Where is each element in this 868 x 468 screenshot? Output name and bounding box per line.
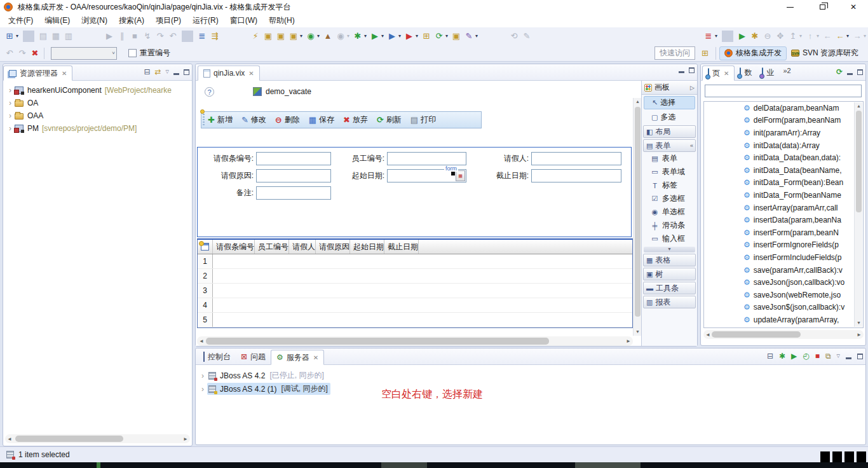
run-icon[interactable]: ▶ — [369, 30, 381, 43]
function-list-item[interactable]: ⚙ initData_Data(bean,data): — [704, 151, 863, 164]
publish-icon[interactable]: ⧉ — [825, 352, 831, 361]
palette-drawer[interactable]: ▦ 表格 — [643, 254, 696, 266]
drop-frame-icon[interactable]: ↶ — [167, 30, 179, 43]
paint-icon[interactable]: ✎ — [463, 30, 475, 43]
spacer[interactable] — [690, 30, 702, 43]
dropdown-arrow-icon[interactable]: ▾ — [845, 30, 850, 43]
last-edit-icon[interactable]: ← — [834, 30, 846, 43]
table-row[interactable]: 1 — [198, 254, 632, 269]
tab-console[interactable]: 控制台 — [198, 349, 236, 364]
tab-problems[interactable]: ⊠ 问题 — [236, 349, 271, 364]
start-server-icon[interactable]: ▶ — [736, 30, 748, 43]
run-history-icon[interactable]: ▶ — [386, 30, 398, 43]
palette-item[interactable]: T 标签 — [642, 179, 697, 192]
external-tools-icon[interactable]: ▶ — [403, 30, 415, 43]
quick-access-box[interactable]: 快速访问 — [654, 46, 695, 60]
world-disabled-icon[interactable]: ◉ — [335, 30, 346, 43]
save-all-icon[interactable]: ▦ — [50, 30, 62, 43]
tab-qinjia-vix[interactable]: qinJia.vix ✕ — [198, 65, 260, 81]
filter-input[interactable] — [705, 85, 861, 97]
minimize-view-icon[interactable] — [846, 357, 851, 359]
scroll-down-icon[interactable]: ▼ — [855, 319, 863, 327]
dropdown-arrow-icon[interactable]: ▾ — [380, 30, 385, 43]
pin-icon[interactable]: « — [690, 142, 693, 149]
function-list-item[interactable]: ⚙ insertFormIncludeFields(p — [704, 251, 863, 264]
stop-server-icon[interactable]: ■ — [815, 352, 820, 361]
step-return-icon[interactable]: ↷ — [154, 30, 166, 43]
tab-data[interactable]: 数 — [735, 65, 757, 80]
scroll-up-icon[interactable]: ▲ — [855, 102, 863, 110]
refresh-g-icon[interactable]: ⟳ — [433, 30, 445, 43]
new-wizard-icon[interactable]: ⊞ — [4, 30, 15, 43]
function-list-item[interactable]: ⚙ insertForm(param,beanN — [704, 226, 863, 239]
search-folder-icon[interactable]: ▣ — [262, 30, 274, 43]
server-stack-icon[interactable]: ≣ — [703, 30, 714, 43]
expand-chevron-icon[interactable]: › — [198, 371, 207, 380]
table-row[interactable]: 2 — [198, 269, 632, 284]
tab-close-icon[interactable]: ✕ — [724, 70, 729, 77]
help-icon[interactable]: ? — [205, 87, 214, 97]
scrollbar-thumb[interactable] — [856, 111, 862, 212]
print-button[interactable]: ▤ 打印 — [410, 114, 436, 125]
view-menu-icon[interactable]: ▽ — [837, 354, 840, 359]
open-perspective-icon[interactable]: ⊞ — [702, 48, 709, 58]
palette-select-tool[interactable]: ↖ 选择 — [644, 96, 695, 109]
dropdown-arrow-icon[interactable]: ▾ — [15, 30, 20, 43]
column-header[interactable]: 请假原因 — [316, 240, 350, 254]
maximize-view-icon[interactable] — [184, 69, 189, 75]
combo-arrow-icon[interactable]: ˅ — [112, 50, 115, 56]
function-list-item[interactable]: ⚙ saveJson(json,callback):vo — [704, 276, 863, 289]
step-into-icon[interactable]: ↯ — [142, 30, 153, 43]
open-resource-icon[interactable]: ▣ — [451, 30, 462, 43]
delete-icon[interactable]: ✖ — [29, 47, 41, 60]
expand-chevron-icon[interactable]: › — [198, 385, 207, 394]
separator[interactable] — [23, 31, 34, 42]
menu-item[interactable]: 帮助(H) — [263, 14, 301, 27]
perspective-hege[interactable]: 核格集成开发 — [719, 46, 787, 60]
forward-icon[interactable]: → — [851, 30, 863, 43]
scroll-right-icon[interactable]: ► — [181, 436, 190, 442]
dropdown-arrow-icon[interactable]: ▾ — [299, 30, 304, 43]
view-menu-icon[interactable]: ▽ — [166, 69, 169, 74]
browser-icon[interactable]: ◉ — [305, 30, 316, 43]
palette-drawer-form[interactable]: ▤ 表单 « — [643, 139, 696, 152]
pause-icon[interactable]: ∥ — [116, 30, 128, 43]
minimize-view-icon[interactable] — [173, 73, 179, 75]
export-folder-icon[interactable]: ▣ — [275, 30, 287, 43]
resize-handle[interactable] — [451, 172, 455, 176]
palette-more-icon[interactable]: ▼ — [644, 247, 695, 252]
collapse-all-icon[interactable]: ⊟ — [144, 67, 150, 76]
undo-icon[interactable]: ↶ — [4, 47, 15, 60]
palette-item[interactable]: ◉ 单选框 — [642, 205, 697, 219]
dropdown-arrow-icon[interactable]: ▾ — [346, 30, 351, 43]
tab-close-icon[interactable]: ✕ — [248, 70, 254, 77]
text-input[interactable] — [532, 153, 621, 165]
text-input[interactable] — [532, 170, 621, 182]
maximize-view-icon[interactable] — [689, 67, 695, 73]
separator[interactable] — [722, 31, 733, 42]
tree-item[interactable]: › PM [svnrepos/project/demo/PM] — [3, 122, 192, 135]
column-header[interactable]: 员工编号 — [255, 240, 289, 254]
menu-item[interactable]: 文件(F) — [3, 14, 39, 27]
dropdown-arrow-icon[interactable]: ▾ — [798, 30, 803, 43]
menu-item[interactable]: 浏览(N) — [76, 14, 113, 27]
menu-item[interactable]: 运行(R) — [187, 14, 224, 27]
stop-server-icon[interactable]: ⊖ — [762, 30, 773, 43]
scroll-right-icon[interactable]: ► — [624, 338, 633, 344]
editor-hscrollbar[interactable]: ◄ ► — [197, 336, 633, 346]
discard-button[interactable]: ✖ 放弃 — [343, 114, 368, 125]
separator[interactable] — [182, 31, 193, 42]
debug-icon[interactable]: ✱ — [352, 30, 363, 43]
close-button[interactable]: ✕ — [843, 0, 864, 14]
scrollbar-thumb[interactable] — [206, 338, 549, 345]
dropdown-arrow-icon[interactable]: ▾ — [397, 30, 402, 43]
print-icon[interactable]: ▥ — [63, 30, 74, 43]
scrollbar-thumb[interactable] — [15, 436, 123, 442]
function-list-item[interactable]: ⚙ initData_Form(beanName — [704, 189, 863, 202]
form-region[interactable]: 请假条编号: 员工编号: 请假人: — [197, 147, 632, 237]
palette-item[interactable]: ▤ 表单 — [642, 152, 697, 165]
sync-icon[interactable]: ⟲ — [508, 30, 520, 43]
dropdown-arrow-icon[interactable]: ▾ — [414, 30, 419, 43]
dropdown-arrow-icon[interactable]: ▾ — [862, 30, 867, 43]
folder-properties-icon[interactable]: ▣ — [288, 30, 299, 43]
